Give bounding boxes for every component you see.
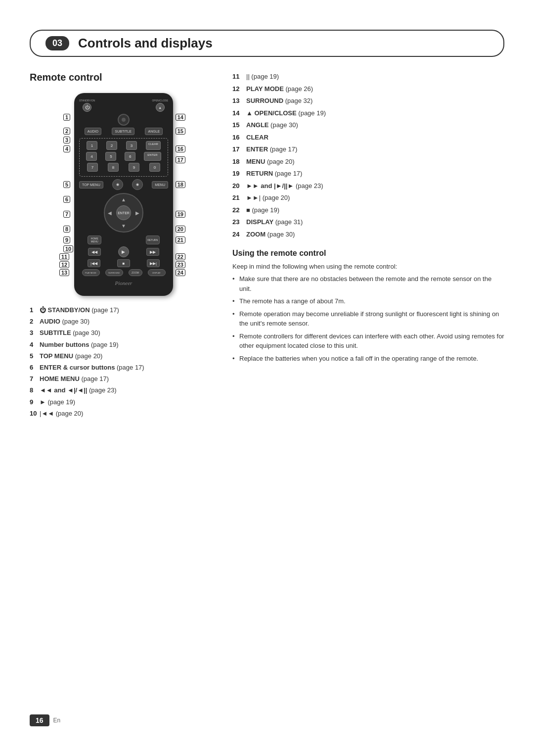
bullet-item: Replace the batteries when you notice a …	[232, 354, 504, 364]
surround-button[interactable]: SURROUND	[105, 269, 123, 276]
callout-17: 17	[176, 156, 185, 163]
list-item: 6 ENTER & cursor buttons (page 17)	[30, 363, 218, 372]
list-item: 9 ► (page 19)	[30, 398, 218, 407]
list-item: 24 ZOOM (page 30)	[232, 230, 504, 239]
list-item: 12 PLAY MODE (page 26)	[232, 84, 504, 94]
list-item: 20 ►► and |►/||► (page 23)	[232, 181, 504, 191]
num-1-button[interactable]: 1	[87, 141, 97, 150]
play-button[interactable]: ▶	[118, 246, 129, 257]
callout-12: 12	[59, 261, 69, 268]
callout-9: 9	[63, 236, 70, 243]
num-8-button[interactable]: 8	[108, 163, 119, 172]
callout-24: 24	[176, 269, 185, 276]
clear-button[interactable]: CLEAR	[146, 141, 161, 150]
num-4-button[interactable]: 4	[86, 152, 97, 161]
remote-diagram-wrapper: 1 2 3 4 5 6 7 8 9 10 11 12 13 14 15 16 1…	[30, 93, 218, 296]
prev-chapter-button[interactable]: |◀◀	[88, 259, 100, 267]
num-2-button[interactable]: 2	[106, 141, 117, 150]
using-remote-subtitle: Keep in mind the following when using th…	[232, 263, 504, 270]
callout-13: 13	[59, 269, 69, 276]
home-menu-button[interactable]: HOMEMENU	[88, 236, 101, 244]
top-menu-button[interactable]: TOP MENU	[79, 181, 103, 189]
open-close-button[interactable]	[156, 103, 165, 112]
num-3-button[interactable]: 3	[126, 141, 137, 150]
bullet-item: The remote has a range of about 7m.	[232, 296, 504, 306]
list-item: 13 SURROUND (page 32)	[232, 96, 504, 106]
callout-23: 23	[176, 261, 185, 268]
page-language: En	[53, 717, 61, 724]
page-number-badge: 16	[30, 714, 49, 726]
list-item: 10 |◄◄ (page 20)	[30, 409, 218, 418]
enter-numpad-button[interactable]: ENTER	[144, 152, 161, 161]
audio-button[interactable]: AUDIO	[85, 128, 101, 135]
num-0-button[interactable]: 0	[149, 163, 160, 172]
list-item: 23 DISPLAY (page 31)	[232, 217, 504, 227]
left-column: Remote control 1 2 3 4 5 6 7 8 9 10 11 1…	[30, 72, 218, 421]
list-item: 16 CLEAR	[232, 133, 504, 142]
nav-up-arrow[interactable]: ▲	[121, 197, 126, 202]
callout-21: 21	[176, 236, 185, 243]
enter-center-button[interactable]: ENTER	[116, 205, 131, 220]
callout-16: 16	[176, 145, 185, 152]
next-chapter-button[interactable]: ▶▶|	[147, 259, 160, 267]
nav-ring[interactable]: ▲ ▼ ◀ ▶ ENTER	[104, 193, 143, 233]
subtitle-button[interactable]: SUBTITLE	[112, 128, 134, 135]
remote-control-title: Remote control	[30, 72, 218, 83]
list-item: 18 MENU (page 20)	[232, 157, 504, 167]
callout-10: 10	[63, 245, 73, 252]
callout-14: 14	[176, 114, 185, 121]
list-item: 11 || (page 19)	[232, 72, 504, 82]
play-mode-button[interactable]: PLAY MODE	[82, 269, 100, 276]
list-item: 22 ■ (page 19)	[232, 205, 504, 215]
num-6-button[interactable]: 6	[125, 152, 135, 161]
menu-button[interactable]: MENU	[152, 181, 168, 189]
stop-button[interactable]: ■	[117, 259, 130, 267]
nav-right-arrow[interactable]: ▶	[135, 210, 139, 216]
list-item: 4 Number buttons (page 19)	[30, 340, 218, 349]
list-item: 14 ▲ OPEN/CLOSE (page 19)	[232, 108, 504, 118]
list-item: 5 TOP MENU (page 20)	[30, 352, 218, 361]
mini-dial-right[interactable]: ◉	[132, 179, 143, 190]
left-numbered-list: 1 ⏻ STANDBY/ON (page 17) 2 AUDIO (page 3…	[30, 306, 218, 418]
callout-19: 19	[176, 211, 185, 218]
num-5-button[interactable]: 5	[105, 152, 116, 161]
nav-left-arrow[interactable]: ◀	[108, 210, 112, 216]
display-button[interactable]: DISPLAY	[148, 269, 166, 276]
callout-20: 20	[176, 226, 185, 233]
nav-ring-section: ▲ ▼ ◀ ▶ ENTER	[79, 193, 168, 233]
callout-11: 11	[59, 253, 69, 260]
mini-dial-left[interactable]: ◉	[112, 179, 123, 190]
main-content: Remote control 1 2 3 4 5 6 7 8 9 10 11 1…	[30, 72, 504, 421]
callout-7: 7	[63, 211, 70, 218]
standby-button[interactable]	[83, 103, 91, 112]
using-remote-section: Using the remote control Keep in mind th…	[232, 249, 504, 363]
using-remote-title: Using the remote control	[232, 249, 504, 258]
list-item: 17 ENTER (page 17)	[232, 144, 504, 154]
fast-forward-button[interactable]: ▶▶	[146, 248, 159, 256]
callout-15: 15	[176, 128, 185, 135]
callout-3: 3	[63, 137, 70, 143]
nav-down-arrow[interactable]: ▼	[121, 223, 126, 229]
num-7-button[interactable]: 7	[87, 163, 98, 172]
list-item: 21 ►►| (page 20)	[232, 193, 504, 203]
right-numbered-list: 11 || (page 19) 12 PLAY MODE (page 26) 1…	[232, 72, 504, 239]
return-button[interactable]: RETURN	[146, 236, 160, 244]
bullet-item: Remote controllers for different devices…	[232, 331, 504, 351]
remote-body: STANDBY/ON OPEN/CLOSE	[74, 93, 173, 296]
zoom-button[interactable]: ZOOM	[129, 269, 142, 276]
rewind-button[interactable]: ◀◀	[88, 248, 101, 256]
bullet-item: Remote operation may become unreliable i…	[232, 309, 504, 329]
right-column: 11 || (page 19) 12 PLAY MODE (page 26) 1…	[232, 72, 504, 421]
page-title: Controls and displays	[78, 36, 213, 51]
chapter-number: 03	[45, 36, 69, 50]
num-9-button[interactable]: 9	[129, 163, 139, 172]
list-item: 19 RETURN (page 17)	[232, 169, 504, 179]
list-item: 8 ◄◄ and ◄|/◄|| (page 23)	[30, 386, 218, 395]
brand-logo: Pioneer	[79, 280, 168, 286]
callout-8: 8	[63, 226, 70, 233]
list-item: 1 ⏻ STANDBY/ON (page 17)	[30, 306, 218, 315]
callout-2: 2	[63, 128, 70, 135]
callout-1: 1	[63, 114, 70, 121]
callout-4: 4	[63, 145, 70, 152]
angle-button[interactable]: ANGLE	[145, 128, 163, 135]
